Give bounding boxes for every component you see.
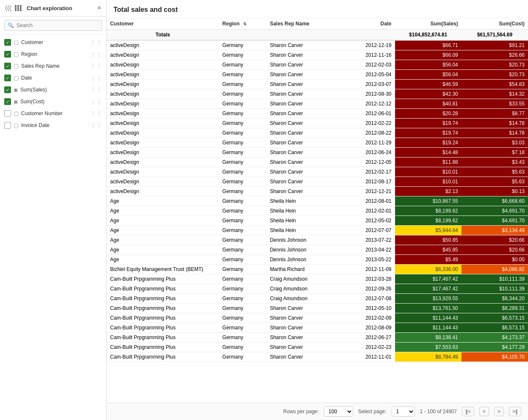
table-row: Cam-Built Prpgramming Plus Germany Sharo… [107,343,528,352]
sidebar-item-label-customer: Customer [21,39,88,45]
checkbox-customer-number[interactable] [4,110,11,117]
cell-date: 2012-08-17 [343,177,395,187]
sidebar-item-sales-rep-name[interactable]: ◯Sales Rep Name⋮⋮ [0,60,106,72]
cell-region: Germany [219,119,266,128]
sidebar-item-date[interactable]: ◯Date⋮⋮ [0,72,106,84]
cell-customer: activeDesign [107,99,219,109]
cell-date: 2012-02-22 [343,119,395,128]
checkbox-region[interactable] [4,51,11,58]
cell-region: Germany [219,196,266,206]
cell-date: 2012-06-24 [343,148,395,158]
cell-sales-rep: Sharon Carver [266,80,343,89]
drag-handle-customer[interactable]: ⋮⋮ [90,39,102,46]
cell-sales-rep: Sharon Carver [266,158,343,167]
sidebar-item-sum-cost[interactable]: ▣Sum(Cost)⋮⋮ [0,96,106,108]
cell-region: Germany [219,343,266,352]
cell-date: 2012-09-26 [343,284,395,294]
cell-sum-cost: $33.55 [462,99,528,109]
sidebar-item-region[interactable]: ◯Region⋮⋮ [0,48,106,60]
cell-sales-rep: Dennis Johnson [266,255,343,265]
col-header-sales-rep[interactable]: Sales Rep Name [266,18,343,30]
cell-region: Germany [219,245,266,255]
cell-date: 2012-12-05 [343,158,395,167]
drag-handle-date[interactable]: ⋮⋮ [90,75,102,81]
sidebar-item-invoice-date[interactable]: ◯Invoice Date⋮⋮ [0,119,106,131]
cell-customer: Age [107,226,219,235]
chart-exploration-icon: 〈〈〈 [5,4,11,12]
svg-rect-5 [20,7,22,9]
cell-date: 2013-05-22 [343,255,395,265]
table-row: activeDesign Germany Sharon Carver 2012-… [107,119,528,128]
col-header-sum-sales[interactable]: Sum(Sales) [395,18,462,30]
prev-page-button[interactable]: < [479,407,489,416]
last-page-button[interactable]: >‖ [509,407,521,416]
cell-sales-rep: Sheila Hein [266,226,343,235]
cell-region: Germany [219,265,266,274]
checkbox-date[interactable] [4,75,11,81]
first-page-button[interactable]: ‖< [462,407,474,416]
checkbox-customer[interactable] [4,39,11,46]
checkbox-invoice-date[interactable] [4,122,11,129]
table-row: activeDesign Germany Sharon Carver 2012-… [107,187,528,196]
sidebar-item-label-invoice-date: Invoice Date [21,122,88,128]
data-table-container[interactable]: Customer Region ⇅ Sales Rep Name Date [107,18,528,403]
cell-sum-cost: $4,691.70 [462,206,528,216]
cell-sales-rep: Sharon Carver [266,177,343,187]
cell-region: Germany [219,70,266,80]
table-row: activeDesign Germany Sharon Carver 2012-… [107,89,528,99]
drag-handle-region[interactable]: ⋮⋮ [90,51,102,58]
col-header-sum-cost[interactable]: Sum(Cost) [462,18,528,30]
date-icon: ◯ [14,75,19,81]
cell-date: 2012-05-10 [343,304,395,313]
col-header-customer[interactable]: Customer [107,18,219,30]
sidebar-item-customer[interactable]: ◯Customer⋮⋮ [0,36,106,48]
sidebar-search-container: 🔍 [0,17,106,35]
cell-region: Germany [219,50,266,60]
cell-sum-sales: $13,761.50 [395,304,462,313]
sidebar-item-customer-number[interactable]: ◯Customer Number⋮⋮ [0,108,106,119]
cell-date: 2012-12-19 [343,40,395,50]
cell-sum-sales: $20.28 [395,109,462,119]
table-row: Cam-Built Prpgramming Plus Germany Sharo… [107,333,528,343]
cell-sales-rep: Sharon Carver [266,323,343,333]
search-input[interactable] [4,20,102,31]
cell-date: 2012-07-07 [343,226,395,235]
invoice-date-icon: ◯ [14,123,19,128]
col-header-region[interactable]: Region ⇅ [219,18,266,30]
checkbox-sales-rep-name[interactable] [4,63,11,69]
sidebar-item-sum-sales[interactable]: ▣Sum(Sales)⋮⋮ [0,84,106,96]
cell-sum-sales: $42.30 [395,89,462,99]
table-row: Cam-Built Prpgramming Plus Germany Craig… [107,274,528,284]
customer-icon: ◯ [14,40,19,45]
drag-handle-customer-number[interactable]: ⋮⋮ [90,110,102,117]
checkbox-sum-cost[interactable] [4,98,11,105]
table-row: Age Germany Sheila Hein 2012-08-01 $10,8… [107,196,528,206]
col-header-date[interactable]: Date [343,18,395,30]
drag-handle-sales-rep-name[interactable]: ⋮⋮ [90,63,102,69]
sum-sales-icon: ▣ [14,87,18,93]
table-row: activeDesign Germany Sharon Carver 2012-… [107,167,528,177]
cell-sum-cost: $0.13 [462,187,528,196]
select-page-select[interactable]: 1 [392,406,415,417]
cell-customer: activeDesign [107,138,219,148]
checkbox-sum-sales[interactable] [4,86,11,93]
sidebar-close-button[interactable]: × [97,5,101,11]
cell-region: Germany [219,158,266,167]
cell-sales-rep: Sharon Carver [266,99,343,109]
cell-customer: Cam-Built Prpgramming Plus [107,304,219,313]
table-row: activeDesign Germany Sharon Carver 2012-… [107,128,528,138]
cell-customer: activeDesign [107,119,219,128]
table-row: Age Germany Sheila Hein 2012-02-01 $8,19… [107,206,528,216]
next-page-button[interactable]: > [494,407,504,416]
drag-handle-sum-cost[interactable]: ⋮⋮ [90,98,102,105]
cell-sum-cost: $7.18 [462,148,528,158]
cell-customer: activeDesign [107,80,219,89]
sidebar-item-label-sum-sales: Sum(Sales) [20,87,88,93]
cell-customer: activeDesign [107,148,219,158]
drag-handle-sum-sales[interactable]: ⋮⋮ [90,86,102,93]
main-content: Total sales and cost Customer Region ⇅ S… [107,0,528,420]
cell-sum-sales: $17,467.42 [395,274,462,284]
rows-per-page-select[interactable]: 100 50 25 [324,406,353,417]
drag-handle-invoice-date[interactable]: ⋮⋮ [90,122,102,129]
cell-sum-sales: $6,336.00 [395,265,462,274]
